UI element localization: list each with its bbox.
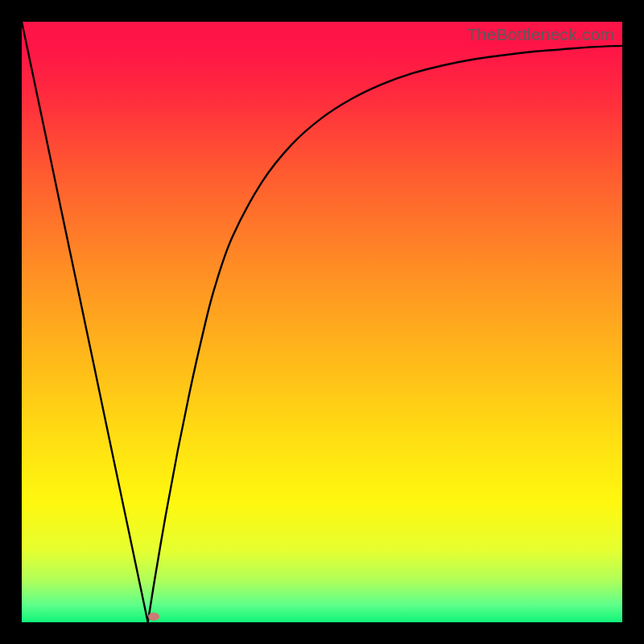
chart-frame: TheBottleneck.com bbox=[0, 0, 644, 644]
bottleneck-curve bbox=[22, 22, 622, 622]
plot-area: TheBottleneck.com bbox=[22, 22, 622, 622]
optimum-marker bbox=[148, 613, 159, 621]
